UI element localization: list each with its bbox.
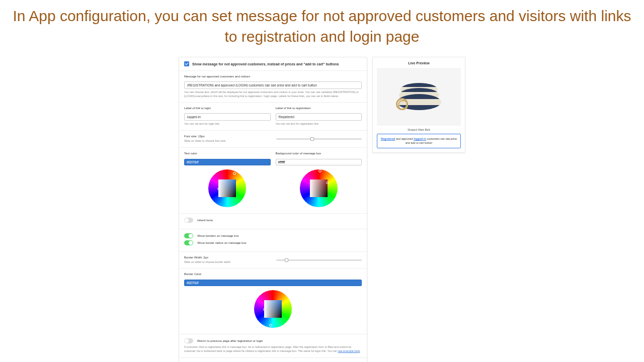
preview-registration-link[interactable]: Registered [381,137,395,140]
preview-login-link[interactable]: logged-in [414,137,426,140]
product-image [377,68,461,126]
show-message-label: Show message for not approved customers,… [192,62,339,66]
return-help-pre: If customer click to registration link i… [184,345,351,352]
font-size-label: Font size: 13px [184,135,270,138]
section-border-width: Border Width: 2px Slide on slider to cho… [179,252,367,269]
inherit-fonts-toggle[interactable] [184,218,193,223]
border-color-wheel[interactable] [254,290,292,328]
login-link-input[interactable] [184,113,271,121]
section-show-message: Show message for not approved customers,… [179,57,367,71]
login-link-help: You can set text for login link. [184,122,271,126]
belt-illustration [394,79,444,115]
show-message-checkbox[interactable] [184,61,189,66]
registration-link-help: You can set text for registration link. [276,122,362,126]
config-panel: Show message for not approved customers,… [179,57,367,362]
bg-color-label: Background color of message box [276,152,362,155]
border-width-help: Slide on slider to choose border width [184,260,270,264]
font-size-slider[interactable] [276,138,362,140]
border-color-input[interactable] [184,280,362,286]
section-link-labels: Label of link to login You can set text … [179,103,367,131]
registration-link-label: Label of link to registration [276,107,362,110]
message-input[interactable] [184,81,362,89]
app-wrapper: Show message for not approved customers,… [0,57,644,362]
preview-panel: Live Preview Striped Web Belt Registered… [372,57,465,153]
preview-message-box: Registered and approved logged-in custom… [377,134,461,148]
see-example-link[interactable]: see example here [338,349,360,352]
section-message: Message for not approved customers and v… [179,71,367,103]
section-colors: Text color Background color of message b… [179,148,367,214]
section-border-color: Border Color: [179,268,367,334]
bg-color-input[interactable] [276,159,362,165]
return-previous-toggle[interactable] [184,338,193,343]
inherit-fonts-label: Inherit fonts [197,219,213,222]
preview-title: Live Preview [377,61,461,65]
return-previous-help: If customer click to registration link i… [184,345,362,353]
border-color-label: Border Color: [184,273,362,276]
border-width-slider[interactable] [276,259,362,261]
section-borders: Show borders on message box Show border … [179,229,367,252]
text-color-input[interactable] [184,159,271,165]
section-return-previous: Return to previous page after registrati… [179,334,367,357]
product-name: Striped Web Belt [377,128,461,131]
section-save: Save settings [179,358,367,362]
show-borders-label: Show borders on message box [197,234,239,237]
page-title: In App configuration, you can set messag… [0,0,644,57]
bg-color-wheel[interactable] [300,169,338,207]
font-size-slider-handle[interactable] [310,137,314,141]
return-previous-label: Return to previous page after registrati… [197,339,263,342]
section-inherit-fonts: Inherit fonts [179,214,367,229]
text-color-wheel[interactable] [208,169,246,207]
font-size-help: Slide on slider to choose font size. [184,139,270,143]
message-help: You can choose text, which will be displ… [184,90,362,98]
message-label: Message for not approved customers and v… [184,75,362,78]
show-border-radius-label: Show border radius on message box [197,241,247,244]
registration-link-input[interactable] [276,113,362,121]
preview-msg-mid: and approved [395,137,414,140]
show-borders-toggle[interactable] [184,233,193,238]
show-border-radius-toggle[interactable] [184,240,193,245]
section-font-size: Font size: 13px Slide on slider to choos… [179,131,367,148]
border-width-slider-handle[interactable] [285,258,288,262]
text-color-label: Text color [184,152,271,155]
border-width-label: Border Width: 2px [184,256,270,259]
login-link-label: Label of link to login [184,107,271,110]
